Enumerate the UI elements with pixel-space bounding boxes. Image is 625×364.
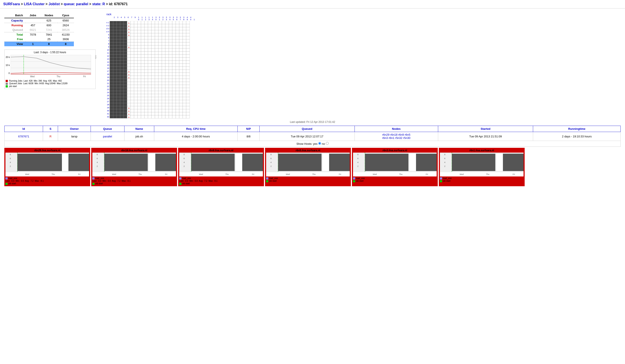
breadcrumb-surfsara[interactable]: SURFsara	[3, 2, 20, 6]
breadcrumb-joblist[interactable]: Joblist	[48, 2, 60, 6]
svg-rect-442	[141, 76, 144, 79]
svg-rect-562	[158, 91, 162, 94]
svg-rect-708	[179, 109, 183, 112]
svg-rect-638	[183, 100, 186, 103]
job-np: 8/8	[237, 132, 259, 141]
svg-rect-189	[155, 42, 158, 45]
svg-rect-393	[137, 70, 141, 73]
svg-rect-576	[127, 94, 130, 97]
svg-rect-248	[117, 52, 120, 55]
svg-rect-406	[183, 70, 186, 73]
svg-rect-752	[165, 115, 169, 118]
svg-rect-280	[148, 55, 152, 57]
svg-rect-254	[137, 52, 141, 55]
svg-rect-270	[113, 55, 117, 57]
svg-rect-267	[183, 52, 186, 55]
svg-text:Thu: Thu	[225, 173, 229, 175]
job-id-link[interactable]: 6787671	[18, 135, 29, 138]
svg-text:8: 8	[271, 153, 272, 156]
svg-rect-283	[158, 55, 162, 57]
svg-text:6: 6	[97, 157, 98, 160]
rack-col-labels-row2: 0 1 2 3 4 0 1 2 3 4 5 6 7 8 9	[113, 18, 196, 21]
svg-rect-397	[152, 70, 155, 73]
svg-rect-338	[110, 64, 113, 67]
breadcrumb-queue[interactable]: queue: parallel	[64, 2, 88, 6]
svg-text:3: 3	[128, 34, 129, 36]
chart-y-axis: 20 k 10 k 0	[6, 55, 11, 79]
svg-rect-30	[176, 21, 179, 24]
svg-rect-376	[162, 67, 165, 70]
breadcrumb: SURFsara > LISA Cluster > Joblist > queu…	[0, 0, 625, 8]
svg-rect-306	[158, 57, 162, 60]
svg-text:4: 4	[97, 161, 98, 164]
svg-rect-165	[152, 39, 155, 42]
svg-rect-481	[117, 82, 120, 85]
svg-rect-153	[110, 39, 113, 42]
svg-rect-199	[110, 45, 113, 48]
svg-rect-448	[162, 76, 165, 79]
svg-rect-682	[172, 106, 176, 109]
svg-rect-410	[117, 73, 120, 76]
svg-rect-166	[155, 39, 158, 42]
svg-rect-547	[186, 88, 190, 91]
svg-rect-705	[169, 109, 172, 112]
svg-rect-650	[144, 103, 148, 106]
svg-rect-265	[176, 52, 179, 55]
svg-text:4: 4	[444, 161, 445, 164]
svg-rect-538	[155, 88, 158, 91]
svg-rect-190	[158, 42, 162, 45]
svg-rect-54	[176, 24, 179, 27]
free-jobs	[26, 37, 40, 42]
svg-text:Thu: Thu	[52, 173, 55, 175]
svg-rect-31	[179, 21, 183, 24]
svg-rect-544	[176, 88, 179, 91]
svg-rect-472	[165, 79, 169, 82]
show-hosts-no-radio[interactable]	[326, 142, 329, 145]
view-jobs: 1	[26, 42, 40, 46]
svg-rect-435	[120, 76, 124, 79]
svg-rect-129	[186, 33, 190, 36]
svg-rect-611	[169, 97, 172, 100]
running-legend-icon	[6, 80, 8, 82]
svg-rect-587	[165, 94, 169, 97]
svg-rect-661	[183, 103, 186, 106]
svg-rect-28	[169, 21, 172, 24]
svg-rect-240	[169, 48, 172, 52]
svg-rect-195	[176, 42, 179, 45]
svg-rect-197	[183, 42, 186, 45]
svg-rect-613	[176, 97, 179, 100]
svg-rect-505	[120, 85, 124, 88]
svg-rect-673	[141, 106, 144, 109]
breadcrumb-state[interactable]: state: R	[92, 2, 105, 6]
svg-rect-130	[110, 36, 113, 39]
host-chart-svg-area: 8 6 4 2 Wed Thu Fri	[353, 153, 437, 176]
rack-col-labels-row1: 2 3 4 5 6 7 9 1 1 1 1 1 3 3 3	[113, 16, 192, 18]
svg-rect-51	[165, 24, 169, 27]
svg-rect-496	[169, 82, 172, 85]
svg-rect-702	[158, 109, 162, 112]
svg-rect-135	[127, 36, 130, 39]
svg-rect-579	[137, 94, 141, 97]
svg-rect-352	[158, 64, 162, 67]
show-hosts-yes-radio[interactable]	[318, 142, 321, 145]
svg-rect-75	[165, 27, 169, 30]
svg-rect-116	[141, 33, 144, 36]
svg-rect-77	[172, 27, 176, 30]
svg-rect-100	[169, 30, 172, 33]
svg-rect-449	[165, 76, 169, 79]
breadcrumb-lisa[interactable]: LISA Cluster	[24, 2, 45, 6]
breadcrumb-id: id: 6787671	[109, 2, 127, 6]
svg-rect-465	[141, 79, 144, 82]
svg-rect-171	[172, 39, 176, 42]
svg-rect-234	[148, 48, 152, 52]
svg-rect-232	[141, 48, 144, 52]
svg-rect-417	[137, 73, 141, 76]
svg-rect-403	[172, 70, 176, 73]
svg-rect-122	[162, 33, 165, 36]
svg-rect-364	[120, 67, 124, 70]
svg-rect-513	[148, 85, 152, 88]
host-chart-r6n1: r6n1.lisa.surfsara.nl 8 6 4 2 Wed Thu Fr…	[439, 148, 525, 186]
svg-text:2: 2	[444, 165, 445, 167]
svg-rect-592	[183, 94, 186, 97]
svg-rect-91	[137, 30, 141, 33]
